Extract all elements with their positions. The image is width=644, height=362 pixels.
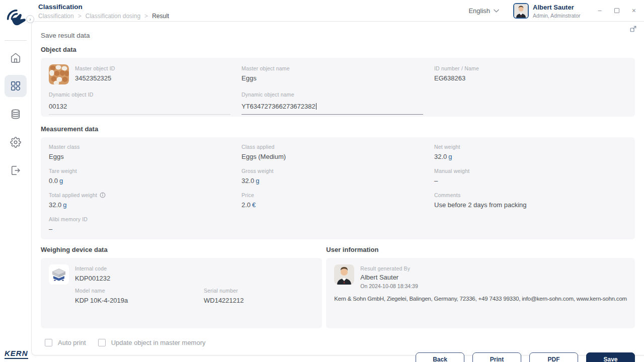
dynamic-object-name-value: YT634727366273672382 (242, 103, 315, 110)
update-master-memory-label: Update object in master memory (111, 339, 206, 346)
dynamic-object-id-label: Dynamic object ID (49, 92, 94, 98)
sidebar-expand-button[interactable]: › (26, 15, 34, 23)
weighing-device-heading: Weighing device data (41, 246, 322, 253)
master-object-name-value: Eggs (242, 74, 434, 82)
window-minimize-button[interactable]: − (597, 6, 603, 15)
tare-weight-value: 0.0 (49, 177, 58, 185)
dynamic-object-id-value: 00132 (49, 103, 67, 110)
auto-print-label: Auto print (58, 339, 86, 346)
result-user-avatar (334, 264, 354, 285)
internal-code-value: KDP001232 (75, 275, 314, 282)
master-object-id-value: 3452352325 (75, 74, 115, 82)
print-button[interactable]: Print (472, 352, 521, 362)
logout-icon (10, 165, 21, 176)
user-portrait-image (514, 4, 528, 18)
result-generated-by-name: Albert Sauter (360, 274, 418, 281)
auto-print-checkbox[interactable] (45, 339, 52, 346)
sidebar-divider (5, 40, 27, 41)
price-value: 2.0 (242, 201, 251, 209)
net-weight-value: 32.0 (434, 153, 447, 160)
serial-number-label: Serial number (204, 288, 238, 294)
result-generated-by-label: Result generated By (360, 265, 410, 272)
class-applied-value: Eggs (Medium) (242, 153, 286, 160)
breadcrumb-item-result: Result (152, 13, 169, 20)
alibi-memory-id-label: Alibi memory ID (49, 216, 88, 222)
language-selector[interactable]: English (468, 7, 499, 15)
pdf-button[interactable]: PDF (529, 352, 578, 362)
id-number-value: EG638263 (434, 74, 627, 82)
user-avatar (513, 3, 529, 19)
dynamic-object-id-input[interactable]: 00132 (49, 100, 230, 115)
user-information-card: Result generated By Albert Sauter On 202… (326, 258, 635, 328)
device-thumbnail (49, 264, 69, 285)
update-master-memory-checkbox[interactable] (98, 339, 106, 346)
id-number-label: ID number / Name (434, 65, 479, 71)
field-manual-weight: Manual weight – (434, 168, 627, 185)
expand-panel-button[interactable] (628, 25, 637, 34)
breadcrumb: Classification > Classification dosing >… (38, 13, 169, 20)
options-row: Auto print Update object in master memor… (45, 336, 635, 348)
result-generated-timestamp: On 2024-10-08 18:34:39 (360, 283, 418, 289)
comments-value: Use before 2 days from packing (434, 201, 527, 209)
master-object-id-field: Master object ID 3452352325 (49, 64, 242, 84)
comments-label: Comments (434, 192, 460, 198)
master-object-name-field: Master object name Eggs (242, 64, 434, 84)
touch-hand-logo-icon (4, 7, 27, 33)
model-name-label: Model name (75, 288, 105, 294)
sidebar-item-logout[interactable] (5, 159, 27, 182)
object-data-empty-cell (434, 92, 627, 115)
id-number-field: ID number / Name EG638263 (434, 64, 627, 84)
user-meta: Albert Sauter Admin, Adminstrator (533, 3, 581, 19)
expand-icon (629, 25, 637, 33)
measurement-data-heading: Measurement data (41, 125, 635, 133)
field-tare-weight: Tare weight 0.0g (49, 168, 242, 185)
breadcrumb-separator: > (144, 13, 148, 20)
breadcrumb-item-classification[interactable]: Classification (38, 13, 74, 20)
language-label: English (468, 7, 490, 15)
sidebar-item-home[interactable] (5, 47, 27, 69)
user-profile-chip[interactable]: Albert Sauter Admin, Adminstrator (513, 3, 581, 19)
apps-grid-icon (10, 80, 21, 92)
model-name-value: KDP 10K-4-2019a (75, 297, 204, 304)
tare-weight-label: Tare weight (49, 168, 77, 174)
net-weight-unit: g (448, 153, 452, 160)
home-icon (10, 52, 21, 63)
total-applied-weight-value: 32.0 (49, 201, 61, 209)
net-weight-label: Net weight (434, 144, 460, 150)
page-title: Save result data (41, 32, 635, 39)
field-comments: Comments Use before 2 days from packing (434, 192, 627, 209)
field-total-applied-weight: Total applied weight 32.0g (49, 192, 242, 209)
text-caret (316, 103, 316, 110)
model-name-field: Model name KDP 10K-4-2019a (75, 288, 204, 304)
sidebar-item-settings[interactable] (5, 131, 27, 153)
database-icon (10, 109, 21, 120)
master-object-id-label: Master object ID (75, 65, 115, 71)
save-button[interactable]: Save (586, 352, 635, 362)
window-maximize-button[interactable] (613, 6, 620, 15)
field-class-applied: Class applied Eggs (Medium) (242, 144, 434, 160)
object-data-card: Master object ID 3452352325 Master objec… (41, 58, 635, 117)
object-thumbnail (49, 64, 69, 84)
back-button[interactable]: Back (416, 352, 464, 362)
update-master-memory-option: Update object in master memory (98, 339, 206, 346)
user-information-heading: User information (326, 246, 635, 253)
info-icon[interactable] (100, 192, 106, 198)
field-gross-weight: Gross weight 32.0g (242, 168, 434, 185)
window-close-button[interactable]: × (631, 6, 637, 15)
dynamic-object-name-input[interactable]: YT634727366273672382 (242, 100, 423, 115)
internal-code-label: Internal code (75, 265, 107, 272)
header-title-block: Classification Classification > Classifi… (31, 2, 169, 20)
sidebar-item-database[interactable] (5, 103, 27, 125)
master-class-label: Master class (49, 144, 79, 150)
page-module-title: Classification (38, 3, 169, 11)
breadcrumb-item-classification-dosing[interactable]: Classification dosing (86, 13, 140, 20)
manual-weight-value: – (434, 177, 438, 185)
class-applied-label: Class applied (242, 144, 275, 150)
company-contact-line: Kern & Sohn GmbH, Ziegelei, Balingen, Ge… (334, 296, 627, 302)
user-role: Admin, Adminstrator (533, 13, 581, 19)
price-label: Price (242, 192, 254, 198)
sidebar-item-classification[interactable] (5, 75, 27, 97)
window-controls: − × (597, 6, 637, 15)
master-class-value: Eggs (49, 153, 64, 160)
gross-weight-label: Gross weight (242, 168, 274, 174)
